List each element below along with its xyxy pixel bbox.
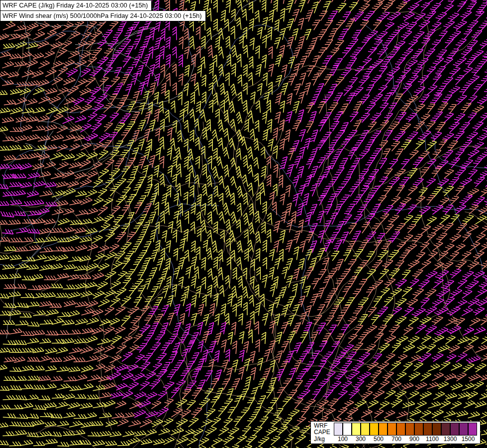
legend-tick-label: 900 xyxy=(409,436,419,443)
legend-tick-label: 700 xyxy=(391,436,401,443)
legend-color-cell xyxy=(396,423,405,436)
legend-color-cell xyxy=(468,423,477,436)
legend-color-cell xyxy=(379,423,388,436)
legend-tick-label: 500 xyxy=(374,436,384,443)
legend-color-cell xyxy=(414,423,423,436)
cape-legend: WRF CAPE J/kg 10030050070090011001300150… xyxy=(310,421,481,444)
title-line-cape: WRF CAPE (J/kg) Friday 24-10-2025 03:00 … xyxy=(0,0,152,11)
legend-color-cell xyxy=(361,423,370,436)
legend-field-label: CAPE xyxy=(314,429,334,436)
legend-color-scale xyxy=(334,423,477,436)
legend-color-cell xyxy=(423,423,432,436)
legend-tick-row: 100300500700900110013001500 xyxy=(334,436,477,443)
legend-tick-label: 1300 xyxy=(444,436,457,443)
title-box: WRF CAPE (J/kg) Friday 24-10-2025 03:00 … xyxy=(0,0,206,21)
legend-tick-label: 1100 xyxy=(426,436,439,443)
legend-color-cell xyxy=(459,423,468,436)
legend-color-cell xyxy=(441,423,450,436)
legend-color-cell xyxy=(405,423,414,436)
legend-tick-label: 1500 xyxy=(462,436,475,443)
weather-map: WRF CAPE (J/kg) Friday 24-10-2025 03:00 … xyxy=(0,0,487,448)
legend-color-cell xyxy=(432,423,441,436)
legend-tick-label: 100 xyxy=(338,436,348,443)
legend-color-cell xyxy=(450,423,459,436)
legend-color-cell xyxy=(343,423,352,436)
legend-unit-label: J/kg xyxy=(314,436,334,443)
legend-color-cell xyxy=(370,423,379,436)
legend-tick-label: 300 xyxy=(356,436,366,443)
wind-barb-field-canvas xyxy=(0,0,487,448)
title-line-shear: WRF Wind shear (m/s) 500/1000hPa Friday … xyxy=(0,10,206,21)
legend-model-field-labels: WRF CAPE xyxy=(314,423,334,436)
legend-color-cell xyxy=(352,423,361,436)
legend-color-cell xyxy=(334,423,343,436)
legend-color-cell xyxy=(388,423,396,436)
